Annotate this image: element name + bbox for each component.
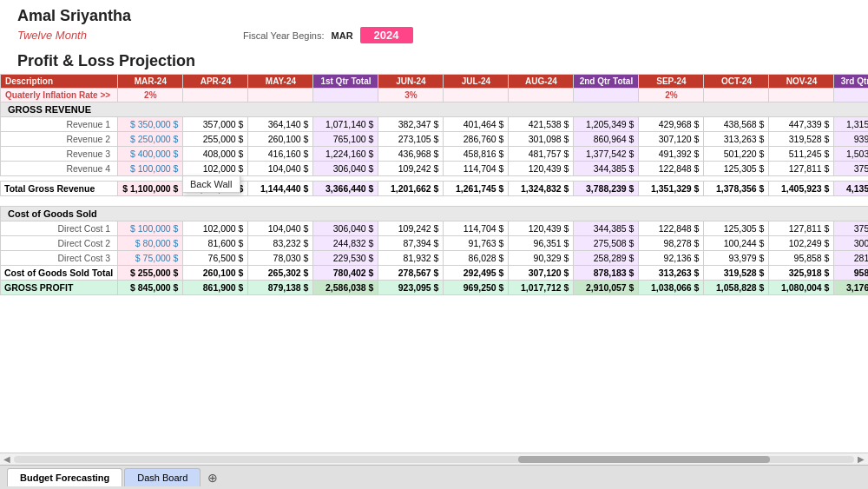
direct-cost-3-row: Direct Cost 3 $ 75,000 $ 76,500 $ 78,030… — [1, 251, 869, 266]
dc3-qtr3: 281,973 $ — [834, 251, 868, 266]
direct-cost-2-row: Direct Cost 2 $ 80,000 $ 81,600 $ 83,232… — [1, 236, 869, 251]
dc2-nov: 102,249 $ — [769, 236, 834, 251]
revenue-4-apr: 102,000 $ — [183, 162, 248, 176]
dc1-mar: $ 100,000 $ — [118, 221, 183, 236]
revenue-4-mar: $ 100,000 $ — [118, 162, 183, 176]
cogs-label: Cost of Goods Sold — [1, 207, 869, 221]
revenue-4-nov: 127,811 $ — [769, 162, 834, 176]
col-aug24: AUG-24 — [509, 75, 574, 89]
gp-jun: 923,095 $ — [378, 281, 444, 295]
dc1-qtr2: 344,385 $ — [574, 221, 639, 236]
dc3-apr: 76,500 $ — [183, 251, 248, 266]
dc3-aug: 90,329 $ — [509, 251, 574, 266]
scroll-right-arrow[interactable]: ▶ — [858, 454, 865, 464]
revenue-1-jun: 382,347 $ — [378, 117, 444, 132]
horizontal-scrollbar[interactable]: ◀ ▶ — [0, 453, 868, 465]
revenue-2-row: Revenue 2 $ 250,000 $ 255,000 $ 260,100 … — [1, 132, 869, 147]
cogs-total-apr: 260,100 $ — [183, 266, 248, 281]
inflation-jul — [444, 89, 509, 102]
revenue-3-apr: 408,000 $ — [183, 147, 248, 162]
direct-cost-1-label: Direct Cost 1 — [1, 221, 118, 236]
cogs-total-sep: 313,263 $ — [639, 266, 704, 281]
cogs-total-qtr3: 958,709 $ — [834, 266, 868, 281]
cogs-total-may: 265,302 $ — [248, 266, 313, 281]
revenue-2-oct: 313,263 $ — [704, 132, 769, 147]
revenue-2-mar: $ 250,000 $ — [118, 132, 183, 147]
total-gr-sep: 1,351,329 $ — [639, 182, 704, 196]
revenue-1-label: Revenue 1 — [1, 117, 118, 132]
scroll-thumb[interactable] — [518, 456, 770, 463]
cogs-total-aug: 307,120 $ — [509, 266, 574, 281]
add-tab-button[interactable]: ⊕ — [202, 471, 223, 485]
data-table[interactable]: Description MAR-24 APR-24 MAY-24 1st Qtr… — [0, 74, 868, 413]
revenue-4-may: 104,040 $ — [248, 162, 313, 176]
total-gr-may: 1,144,440 $ — [248, 182, 313, 196]
cogs-total-qtr1: 780,402 $ — [313, 266, 378, 281]
revenue-1-oct: 438,568 $ — [704, 117, 769, 132]
revenue-4-qtr1: 306,040 $ — [313, 162, 378, 176]
inflation-aug — [509, 89, 574, 102]
header: Amal Sriyantha Twelve Month Fiscal Year … — [0, 0, 868, 47]
dc3-jul: 86,028 $ — [444, 251, 509, 266]
gp-qtr2: 2,910,057 $ — [574, 281, 639, 295]
fiscal-year-begins-label: Fiscal Year Begins: — [243, 30, 325, 41]
total-gr-oct: 1,378,356 $ — [704, 182, 769, 196]
direct-cost-3-label: Direct Cost 3 — [1, 251, 118, 266]
dc2-mar: $ 80,000 $ — [118, 236, 183, 251]
dc3-jun: 81,932 $ — [378, 251, 444, 266]
revenue-3-row: Revenue 3 $ 400,000 $ 408,000 $ 416,160 … — [1, 147, 869, 162]
dc2-apr: 81,600 $ — [183, 236, 248, 251]
gp-sep: 1,038,066 $ — [639, 281, 704, 295]
gp-oct: 1,058,828 $ — [704, 281, 769, 295]
inflation-nov — [769, 89, 834, 102]
revenue-4-oct: 125,305 $ — [704, 162, 769, 176]
gross-profit-row: GROSS PROFIT $ 845,000 $ 861,900 $ 879,1… — [1, 281, 869, 295]
revenue-3-jun: 436,968 $ — [378, 147, 444, 162]
gross-revenue-label: GROSS REVENUE — [1, 102, 869, 117]
col-nov24: NOV-24 — [769, 75, 834, 89]
dc1-jun: 109,242 $ — [378, 221, 444, 236]
tab-bar: Budget Forecasting Dash Board ⊕ — [0, 465, 868, 489]
col-qtr1: 1st Qtr Total — [313, 75, 378, 89]
revenue-3-sep: 491,392 $ — [639, 147, 704, 162]
dc3-mar: $ 75,000 $ — [118, 251, 183, 266]
revenue-3-qtr3: 1,503,857 $ — [834, 147, 868, 162]
revenue-4-aug: 120,439 $ — [509, 162, 574, 176]
cogs-total-oct: 319,528 $ — [704, 266, 769, 281]
revenue-3-aug: 481,757 $ — [509, 147, 574, 162]
revenue-2-aug: 301,098 $ — [509, 132, 574, 147]
dc2-qtr2: 275,508 $ — [574, 236, 639, 251]
fiscal-year: 2024 — [360, 27, 413, 43]
dc3-may: 78,030 $ — [248, 251, 313, 266]
revenue-2-may: 260,100 $ — [248, 132, 313, 147]
revenue-1-jul: 401,464 $ — [444, 117, 509, 132]
inflation-may — [248, 89, 313, 102]
revenue-2-qtr2: 860,964 $ — [574, 132, 639, 147]
dc1-jul: 114,704 $ — [444, 221, 509, 236]
col-jun24: JUN-24 — [378, 75, 444, 89]
tab-dashboard[interactable]: Dash Board — [124, 468, 201, 486]
col-jul24: JUL-24 — [444, 75, 509, 89]
revenue-3-may: 416,160 $ — [248, 147, 313, 162]
dc1-qtr3: 375,964 $ — [834, 221, 868, 236]
revenue-2-jul: 286,760 $ — [444, 132, 509, 147]
tab-budget-forecasting[interactable]: Budget Forecasting — [7, 468, 122, 486]
user-name: Amal Sriyantha — [17, 7, 851, 25]
scroll-track[interactable] — [14, 456, 854, 463]
dc2-jun: 87,394 $ — [378, 236, 444, 251]
total-gr-qtr3: 4,135,607 $ — [834, 182, 868, 196]
gp-aug: 1,017,712 $ — [509, 281, 574, 295]
dc3-qtr1: 229,530 $ — [313, 251, 378, 266]
inflation-qtr2 — [574, 89, 639, 102]
scroll-left-arrow[interactable]: ◀ — [3, 454, 10, 464]
inflation-qtr1 — [313, 89, 378, 102]
fiscal-row: Fiscal Year Begins: MAR 2024 — [243, 27, 413, 43]
col-may24: MAY-24 — [248, 75, 313, 89]
cogs-header-row: Cost of Goods Sold — [1, 207, 869, 221]
revenue-4-qtr3: 375,964 $ — [834, 162, 868, 176]
tooltip: Back Wall — [182, 175, 240, 193]
gp-nov: 1,080,004 $ — [769, 281, 834, 295]
revenue-1-may: 364,140 $ — [248, 117, 313, 132]
col-description: Description — [1, 75, 118, 89]
total-gr-mar: $ 1,100,000 $ — [118, 182, 183, 196]
